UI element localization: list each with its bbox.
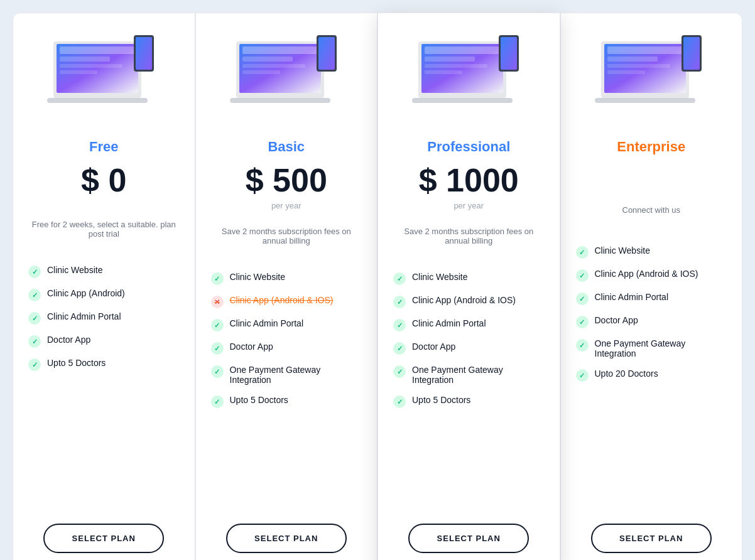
check-icon <box>576 246 589 259</box>
svg-rect-30 <box>607 57 658 62</box>
check-icon <box>211 342 224 355</box>
svg-rect-21 <box>425 57 475 62</box>
feature-item: Doctor App <box>211 337 362 360</box>
check-icon <box>28 289 41 301</box>
feature-text: Clinic Website <box>230 272 285 282</box>
feature-item: Clinic App (Android & IOS) <box>576 264 727 287</box>
check-icon <box>211 396 224 408</box>
svg-rect-6 <box>47 98 148 103</box>
svg-rect-11 <box>242 46 318 54</box>
plan-card-basic: Basic$ 500per yearSave 2 months subscrip… <box>195 13 378 560</box>
feature-item: Clinic Website <box>211 267 362 290</box>
feature-text: One Payment Gateway Integration <box>595 338 727 358</box>
check-icon <box>576 293 589 305</box>
plan-card-free: Free$ 0Free for 2 weeks, select a suitab… <box>13 13 195 560</box>
plan-card-enterprise: EnterpriseConnect with usClinic WebsiteC… <box>560 13 743 560</box>
feature-item: Clinic Admin Portal <box>28 306 180 330</box>
svg-rect-24 <box>412 98 513 103</box>
check-icon <box>393 396 406 408</box>
plan-description-professional: Save 2 months subscription fees on annua… <box>393 220 545 252</box>
feature-text: One Payment Gateway Integration <box>230 365 362 385</box>
feature-text: Doctor App <box>412 342 455 352</box>
svg-rect-33 <box>595 98 695 103</box>
feature-text: Doctor App <box>47 335 90 345</box>
plan-image-professional <box>393 26 545 114</box>
feature-text: Upto 20 Doctors <box>595 369 658 379</box>
feature-text: Clinic Website <box>412 272 467 282</box>
feature-item: One Payment Gateway Integration <box>576 333 727 363</box>
check-icon <box>393 342 406 355</box>
feature-item: Upto 5 Doctors <box>393 390 545 413</box>
features-list-free: Clinic WebsiteClinic App (Android)Clinic… <box>28 260 180 505</box>
svg-rect-29 <box>607 46 683 54</box>
plan-description-enterprise: Connect with us <box>622 194 681 225</box>
svg-rect-17 <box>318 37 335 70</box>
check-icon <box>393 319 406 331</box>
svg-rect-5 <box>60 70 97 74</box>
plan-card-professional: Professional$ 1000per yearSave 2 months … <box>378 13 560 560</box>
plan-name-enterprise: Enterprise <box>617 139 685 155</box>
feature-text: One Payment Gateway Integration <box>412 365 545 385</box>
svg-rect-13 <box>242 64 305 68</box>
svg-rect-26 <box>501 37 517 70</box>
plan-price-professional: $ 1000 <box>419 163 519 198</box>
plan-image-free <box>28 26 180 114</box>
feature-text: Clinic Admin Portal <box>47 311 121 321</box>
check-icon <box>28 335 41 348</box>
plan-image-enterprise <box>576 26 727 114</box>
svg-rect-22 <box>425 64 487 68</box>
feature-item: One Payment Gateway Integration <box>393 360 545 390</box>
feature-text: Clinic App (Android & IOS) <box>595 269 698 279</box>
check-icon <box>28 358 41 371</box>
check-icon <box>576 339 589 352</box>
feature-item: Doctor App <box>393 337 545 360</box>
feature-item: Upto 5 Doctors <box>211 390 362 413</box>
svg-rect-3 <box>60 57 110 62</box>
plan-per-year-basic: per year <box>271 201 301 210</box>
svg-rect-8 <box>136 37 152 70</box>
check-icon <box>576 369 589 382</box>
feature-item: Clinic Website <box>393 267 545 290</box>
feature-item: Doctor App <box>28 330 180 353</box>
check-icon <box>211 272 224 285</box>
cross-icon <box>211 296 224 308</box>
feature-text: Clinic Website <box>47 265 102 275</box>
svg-rect-20 <box>425 46 500 54</box>
select-plan-button-basic[interactable]: SELECT PLAN <box>226 524 347 553</box>
select-plan-button-enterprise[interactable]: SELECT PLAN <box>591 524 712 553</box>
svg-rect-12 <box>242 57 293 62</box>
svg-rect-2 <box>60 46 135 54</box>
svg-rect-23 <box>425 70 462 74</box>
check-icon <box>211 319 224 331</box>
feature-text: Clinic Admin Portal <box>230 318 304 328</box>
feature-text: Clinic App (Android) <box>47 288 125 298</box>
feature-text: Upto 5 Doctors <box>47 358 106 368</box>
select-plan-button-professional[interactable]: SELECT PLAN <box>408 524 529 553</box>
features-list-professional: Clinic WebsiteClinic App (Android & IOS)… <box>393 267 545 505</box>
svg-rect-15 <box>230 98 330 103</box>
features-list-enterprise: Clinic WebsiteClinic App (Android & IOS)… <box>576 240 727 505</box>
feature-item: Clinic Admin Portal <box>393 313 545 337</box>
plan-price-basic: $ 500 <box>246 163 327 198</box>
feature-item: Clinic App (Android) <box>28 283 180 306</box>
feature-text: Clinic Admin Portal <box>412 318 486 328</box>
check-icon <box>576 269 589 282</box>
feature-text: Clinic Website <box>595 245 650 256</box>
check-icon <box>211 365 224 378</box>
feature-item: Clinic Admin Portal <box>576 287 727 310</box>
plan-per-year-professional: per year <box>454 201 484 210</box>
plan-name-free: Free <box>89 139 118 155</box>
plan-price-free: $ 0 <box>81 163 126 198</box>
check-icon <box>28 312 41 325</box>
check-icon <box>28 266 41 278</box>
feature-item: Upto 5 Doctors <box>28 353 180 376</box>
svg-rect-4 <box>60 64 122 68</box>
feature-item: Clinic Admin Portal <box>211 313 362 337</box>
plan-description-basic: Save 2 months subscription fees on annua… <box>211 220 362 252</box>
feature-item: Clinic Website <box>28 260 180 283</box>
svg-rect-35 <box>683 37 700 70</box>
feature-text: Clinic App (Android & IOS) <box>230 295 334 305</box>
select-plan-button-free[interactable]: SELECT PLAN <box>43 524 164 553</box>
svg-rect-31 <box>607 64 670 68</box>
pricing-container: Free$ 0Free for 2 weeks, select a suitab… <box>13 13 742 560</box>
